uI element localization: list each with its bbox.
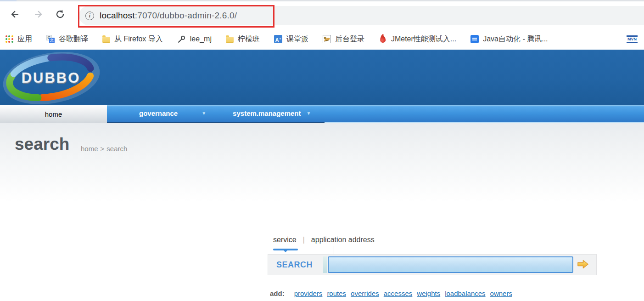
add-link-weights[interactable]: weights <box>417 290 440 297</box>
reload-button[interactable] <box>50 6 70 25</box>
bookmark-maven[interactable]: MVN <box>627 35 638 43</box>
apps-grid-icon <box>6 35 13 43</box>
bookmark-google-translate[interactable]: G 文 谷歌翻译 <box>46 34 88 44</box>
add-link-accesses[interactable]: accesses <box>384 290 413 297</box>
page-content: search home>search service | application… <box>0 123 644 301</box>
search-type-tabs: service | application address <box>273 236 375 244</box>
folder-icon <box>226 37 234 43</box>
bookmark-label: 谷歌翻译 <box>59 34 88 44</box>
google-translate-icon: G 文 <box>46 35 55 43</box>
add-link-loadbalances[interactable]: loadbalances <box>445 290 485 297</box>
dubbo-logo: DUBBO DUBBO <box>0 51 107 107</box>
tab-divider <box>334 246 334 254</box>
chevron-down-icon: ▼ <box>307 111 311 116</box>
signature-icon <box>177 35 186 44</box>
search-bar: SEARCH <box>268 254 597 275</box>
add-link-providers[interactable]: providers <box>294 290 323 297</box>
bookmark-label: 应用 <box>17 34 32 44</box>
tencent-doc-icon <box>470 35 479 43</box>
maven-icon: MVN <box>627 35 638 43</box>
search-go-button[interactable] <box>577 259 589 270</box>
search-label: SEARCH <box>276 260 313 270</box>
screen: i localhost:7070/dubbo-admin-2.6.0/ 应用 G… <box>0 0 644 301</box>
bookmark-apps[interactable]: 应用 <box>6 34 32 44</box>
folder-icon <box>102 37 110 43</box>
nav-menu: governance ▼ system.management ▼ <box>107 105 311 122</box>
bookmark-lee-mj[interactable]: lee_mj <box>177 35 212 44</box>
tab-separator: | <box>303 236 305 244</box>
bookmark-java-automation[interactable]: Java自动化 - 腾讯... <box>470 34 548 44</box>
bookmarks-bar: 应用 G 文 谷歌翻译 从 Firefox 导入 lee_mj <box>0 28 644 50</box>
nav-tab-governance[interactable]: governance ▼ <box>139 109 206 117</box>
url-path: :7070/dubbo-admin-2.6.0/ <box>135 11 237 20</box>
nav-sysmgmt-label: system.management <box>233 109 301 117</box>
breadcrumb-separator: > <box>101 145 105 153</box>
bookmark-ningmengban[interactable]: 柠檬班 <box>226 34 260 44</box>
bookmark-backend-login[interactable]: 后台登录 <box>323 34 364 44</box>
tab-service[interactable]: service <box>273 236 297 244</box>
page-title: search <box>15 135 69 154</box>
bookmark-firefox-import[interactable]: 从 Firefox 导入 <box>102 34 163 44</box>
nav-tab-home[interactable]: home <box>0 105 107 123</box>
jmeter-flame-icon <box>380 35 386 43</box>
arrow-right-icon <box>577 259 589 271</box>
breadcrumb-home[interactable]: home <box>81 145 98 153</box>
bookmark-label: Java自动化 - 腾讯... <box>483 34 548 44</box>
breadcrumb-current: search <box>106 145 127 153</box>
nav-home-label: home <box>45 110 62 118</box>
forward-icon <box>33 9 44 22</box>
chevron-down-icon: ▼ <box>202 111 206 116</box>
bookmark-label: 课堂派 <box>286 34 308 44</box>
bookmark-label: lee_mj <box>190 35 212 43</box>
search-caret-bar <box>323 256 327 273</box>
bookmark-jmeter[interactable]: JMeter性能测试入... <box>379 34 456 44</box>
add-link-routes[interactable]: routes <box>327 290 346 297</box>
a-plus-icon: A+ <box>274 35 282 43</box>
url-host: localhost <box>100 11 135 20</box>
back-button[interactable] <box>6 6 25 25</box>
logo-text: DUBBO <box>22 70 81 86</box>
add-links-row: add: providers routes overrides accesses… <box>270 290 517 297</box>
bookmark-label: 柠檬班 <box>238 34 260 44</box>
bookmark-label: JMeter性能测试入... <box>391 34 456 44</box>
url-text: localhost:7070/dubbo-admin-2.6.0/ <box>100 11 237 21</box>
add-link-overrides[interactable]: overrides <box>351 290 379 297</box>
bookmark-ketangpai[interactable]: A+ 课堂派 <box>274 34 308 44</box>
main-navbar: home governance ▼ system.management ▼ <box>0 105 644 123</box>
add-label: add: <box>270 290 285 297</box>
forward-button[interactable] <box>28 6 48 25</box>
browser-toolbar: i localhost:7070/dubbo-admin-2.6.0/ <box>0 1 644 28</box>
add-link-owners[interactable]: owners <box>490 290 512 297</box>
search-input[interactable] <box>328 256 573 273</box>
bookmark-label: 后台登录 <box>335 34 364 44</box>
bookmark-label: 从 Firefox 导入 <box>114 34 163 44</box>
reload-icon <box>55 9 66 22</box>
back-icon <box>10 9 21 22</box>
nav-tab-system-management[interactable]: system.management ▼ <box>233 109 311 117</box>
address-bar[interactable]: i localhost:7070/dubbo-admin-2.6.0/ <box>79 6 644 25</box>
page-info-icon[interactable]: i <box>85 11 94 20</box>
site-header: DUBBO DUBBO <box>0 50 644 105</box>
nav-governance-label: governance <box>139 109 178 117</box>
tab-application-address[interactable]: application address <box>311 236 375 244</box>
breadcrumb: home>search <box>81 145 129 153</box>
active-tab-indicator <box>273 249 298 250</box>
tomcat-icon <box>323 35 331 43</box>
